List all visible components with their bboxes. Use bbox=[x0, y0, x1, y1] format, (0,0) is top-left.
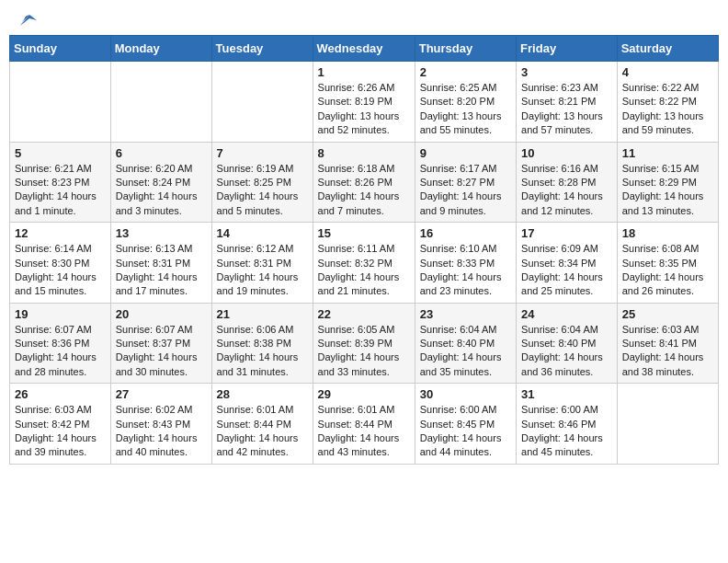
sunrise: Sunrise: 6:09 AM bbox=[521, 243, 598, 254]
day-info: Sunrise: 6:07 AM Sunset: 8:37 PM Dayligh… bbox=[116, 323, 207, 380]
sunrise: Sunrise: 6:00 AM bbox=[521, 404, 598, 415]
daylight: Daylight: 14 hours and 38 minutes. bbox=[622, 351, 704, 376]
sunrise: Sunrise: 6:05 AM bbox=[318, 324, 395, 335]
day-cell: 24 Sunrise: 6:04 AM Sunset: 8:40 PM Dayl… bbox=[517, 303, 618, 384]
day-cell: 3 Sunrise: 6:23 AM Sunset: 8:21 PM Dayli… bbox=[517, 62, 618, 143]
sunrise: Sunrise: 6:14 AM bbox=[15, 243, 92, 254]
daylight: Daylight: 14 hours and 25 minutes. bbox=[521, 271, 603, 296]
day-cell: 27 Sunrise: 6:02 AM Sunset: 8:43 PM Dayl… bbox=[110, 384, 211, 465]
sunrise: Sunrise: 6:04 AM bbox=[521, 324, 598, 335]
day-number: 2 bbox=[420, 65, 511, 79]
daylight: Daylight: 14 hours and 12 minutes. bbox=[521, 190, 603, 215]
day-cell: 14 Sunrise: 6:12 AM Sunset: 8:31 PM Dayl… bbox=[211, 223, 313, 304]
day-info: Sunrise: 6:00 AM Sunset: 8:45 PM Dayligh… bbox=[420, 403, 511, 460]
daylight: Daylight: 14 hours and 3 minutes. bbox=[116, 190, 198, 215]
daylight: Daylight: 13 hours and 59 minutes. bbox=[622, 110, 704, 135]
day-cell: 30 Sunrise: 6:00 AM Sunset: 8:45 PM Dayl… bbox=[415, 384, 516, 465]
sunrise: Sunrise: 6:03 AM bbox=[15, 404, 92, 415]
day-cell: 17 Sunrise: 6:09 AM Sunset: 8:34 PM Dayl… bbox=[517, 223, 618, 304]
weekday-header-tuesday: Tuesday bbox=[211, 36, 313, 62]
day-info: Sunrise: 6:04 AM Sunset: 8:40 PM Dayligh… bbox=[521, 323, 612, 380]
sunset: Sunset: 8:46 PM bbox=[521, 419, 596, 430]
daylight: Daylight: 14 hours and 40 minutes. bbox=[116, 432, 198, 457]
day-number: 19 bbox=[15, 307, 106, 321]
daylight: Daylight: 13 hours and 52 minutes. bbox=[318, 110, 400, 135]
day-cell: 29 Sunrise: 6:01 AM Sunset: 8:44 PM Dayl… bbox=[313, 384, 415, 465]
day-info: Sunrise: 6:03 AM Sunset: 8:42 PM Dayligh… bbox=[15, 403, 106, 460]
day-cell: 31 Sunrise: 6:00 AM Sunset: 8:46 PM Dayl… bbox=[517, 384, 618, 465]
day-info: Sunrise: 6:08 AM Sunset: 8:35 PM Dayligh… bbox=[622, 242, 713, 299]
day-info: Sunrise: 6:13 AM Sunset: 8:31 PM Dayligh… bbox=[116, 242, 207, 299]
day-info: Sunrise: 6:17 AM Sunset: 8:27 PM Dayligh… bbox=[420, 162, 511, 219]
daylight: Daylight: 14 hours and 30 minutes. bbox=[116, 351, 198, 376]
day-info: Sunrise: 6:21 AM Sunset: 8:23 PM Dayligh… bbox=[15, 162, 106, 219]
sunset: Sunset: 8:34 PM bbox=[521, 258, 596, 269]
week-row-4: 19 Sunrise: 6:07 AM Sunset: 8:36 PM Dayl… bbox=[10, 303, 719, 384]
daylight: Daylight: 13 hours and 55 minutes. bbox=[420, 110, 502, 135]
day-cell: 23 Sunrise: 6:04 AM Sunset: 8:40 PM Dayl… bbox=[415, 303, 516, 384]
day-info: Sunrise: 6:10 AM Sunset: 8:33 PM Dayligh… bbox=[420, 242, 511, 299]
sunrise: Sunrise: 6:16 AM bbox=[521, 163, 598, 174]
day-cell: 22 Sunrise: 6:05 AM Sunset: 8:39 PM Dayl… bbox=[313, 303, 415, 384]
sunrise: Sunrise: 6:26 AM bbox=[318, 82, 395, 93]
day-number: 4 bbox=[622, 65, 713, 79]
day-info: Sunrise: 6:00 AM Sunset: 8:46 PM Dayligh… bbox=[521, 403, 612, 460]
sunset: Sunset: 8:45 PM bbox=[420, 419, 495, 430]
daylight: Daylight: 14 hours and 1 minute. bbox=[15, 190, 97, 215]
day-cell bbox=[10, 62, 111, 143]
logo bbox=[13, 13, 37, 24]
day-info: Sunrise: 6:15 AM Sunset: 8:29 PM Dayligh… bbox=[622, 162, 713, 219]
daylight: Daylight: 14 hours and 45 minutes. bbox=[521, 432, 603, 457]
day-info: Sunrise: 6:04 AM Sunset: 8:40 PM Dayligh… bbox=[420, 323, 511, 380]
day-number: 13 bbox=[116, 226, 207, 240]
day-number: 22 bbox=[318, 307, 410, 321]
day-number: 27 bbox=[116, 387, 207, 401]
day-cell: 4 Sunrise: 6:22 AM Sunset: 8:22 PM Dayli… bbox=[617, 62, 718, 143]
day-info: Sunrise: 6:23 AM Sunset: 8:21 PM Dayligh… bbox=[521, 81, 612, 138]
daylight: Daylight: 14 hours and 42 minutes. bbox=[217, 432, 299, 457]
sunrise: Sunrise: 6:02 AM bbox=[116, 404, 193, 415]
day-cell: 26 Sunrise: 6:03 AM Sunset: 8:42 PM Dayl… bbox=[10, 384, 111, 465]
daylight: Daylight: 13 hours and 57 minutes. bbox=[521, 110, 603, 135]
sunset: Sunset: 8:29 PM bbox=[622, 177, 697, 188]
sunset: Sunset: 8:42 PM bbox=[15, 419, 89, 430]
sunset: Sunset: 8:37 PM bbox=[116, 338, 190, 349]
daylight: Daylight: 14 hours and 9 minutes. bbox=[420, 190, 502, 215]
week-row-5: 26 Sunrise: 6:03 AM Sunset: 8:42 PM Dayl… bbox=[10, 384, 719, 465]
day-info: Sunrise: 6:06 AM Sunset: 8:38 PM Dayligh… bbox=[217, 323, 308, 380]
sunrise: Sunrise: 6:03 AM bbox=[622, 324, 700, 335]
daylight: Daylight: 14 hours and 44 minutes. bbox=[420, 432, 502, 457]
day-info: Sunrise: 6:18 AM Sunset: 8:26 PM Dayligh… bbox=[318, 162, 410, 219]
day-info: Sunrise: 6:11 AM Sunset: 8:32 PM Dayligh… bbox=[318, 242, 410, 299]
day-number: 12 bbox=[15, 226, 106, 240]
day-number: 6 bbox=[116, 146, 207, 160]
sunrise: Sunrise: 6:19 AM bbox=[217, 163, 294, 174]
week-row-3: 12 Sunrise: 6:14 AM Sunset: 8:30 PM Dayl… bbox=[10, 223, 719, 304]
sunset: Sunset: 8:24 PM bbox=[116, 177, 190, 188]
day-cell: 9 Sunrise: 6:17 AM Sunset: 8:27 PM Dayli… bbox=[415, 142, 516, 223]
day-info: Sunrise: 6:07 AM Sunset: 8:36 PM Dayligh… bbox=[15, 323, 106, 380]
day-number: 1 bbox=[318, 65, 410, 79]
day-cell: 28 Sunrise: 6:01 AM Sunset: 8:44 PM Dayl… bbox=[211, 384, 313, 465]
day-info: Sunrise: 6:14 AM Sunset: 8:30 PM Dayligh… bbox=[15, 242, 106, 299]
sunrise: Sunrise: 6:07 AM bbox=[15, 324, 92, 335]
sunset: Sunset: 8:25 PM bbox=[217, 177, 291, 188]
sunset: Sunset: 8:31 PM bbox=[217, 258, 291, 269]
day-cell: 2 Sunrise: 6:25 AM Sunset: 8:20 PM Dayli… bbox=[415, 62, 516, 143]
sunset: Sunset: 8:38 PM bbox=[217, 338, 291, 349]
day-cell: 6 Sunrise: 6:20 AM Sunset: 8:24 PM Dayli… bbox=[110, 142, 211, 223]
day-number: 31 bbox=[521, 387, 612, 401]
sunset: Sunset: 8:41 PM bbox=[622, 338, 697, 349]
sunset: Sunset: 8:43 PM bbox=[116, 419, 190, 430]
day-number: 24 bbox=[521, 307, 612, 321]
day-cell: 20 Sunrise: 6:07 AM Sunset: 8:37 PM Dayl… bbox=[110, 303, 211, 384]
calendar-table: SundayMondayTuesdayWednesdayThursdayFrid… bbox=[9, 35, 719, 465]
day-cell: 5 Sunrise: 6:21 AM Sunset: 8:23 PM Dayli… bbox=[10, 142, 111, 223]
day-info: Sunrise: 6:26 AM Sunset: 8:19 PM Dayligh… bbox=[318, 81, 410, 138]
sunrise: Sunrise: 6:06 AM bbox=[217, 324, 294, 335]
sunset: Sunset: 8:19 PM bbox=[318, 96, 392, 107]
day-cell: 25 Sunrise: 6:03 AM Sunset: 8:41 PM Dayl… bbox=[617, 303, 718, 384]
day-number: 5 bbox=[15, 146, 106, 160]
day-cell bbox=[617, 384, 718, 465]
day-info: Sunrise: 6:02 AM Sunset: 8:43 PM Dayligh… bbox=[116, 403, 207, 460]
